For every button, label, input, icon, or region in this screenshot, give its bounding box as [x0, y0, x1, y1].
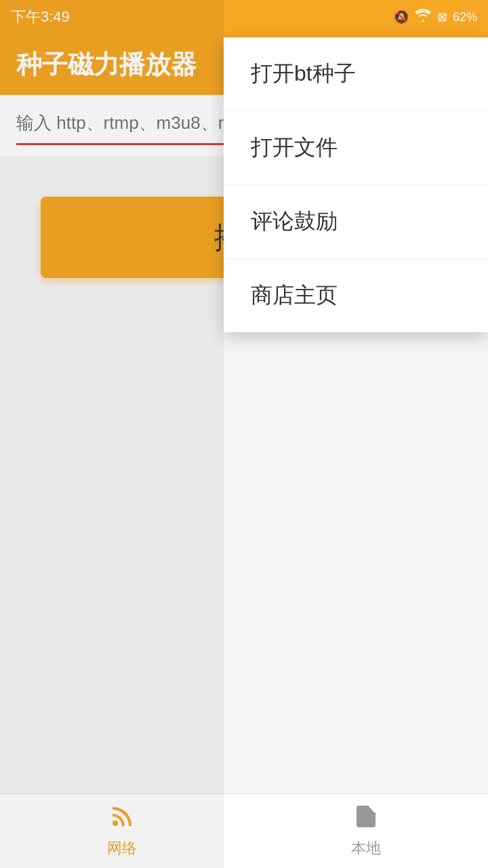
dim-overlay[interactable]: [0, 0, 224, 868]
dropdown-menu: 打开bt种子 打开文件 评论鼓励 商店主页: [224, 37, 488, 332]
dropdown-item-store[interactable]: 商店主页: [224, 259, 488, 332]
dropdown-overlay: 打开bt种子 打开文件 评论鼓励 商店主页: [0, 0, 488, 868]
dropdown-item-open-bt[interactable]: 打开bt种子: [224, 37, 488, 111]
dropdown-item-review[interactable]: 评论鼓励: [224, 185, 488, 259]
dropdown-item-open-file[interactable]: 打开文件: [224, 111, 488, 185]
